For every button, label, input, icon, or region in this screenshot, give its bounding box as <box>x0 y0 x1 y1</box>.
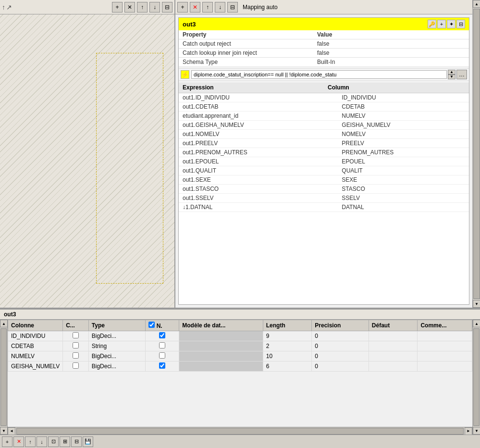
prop-value-1: false <box>313 39 469 49</box>
left-remove-button[interactable]: ✕ <box>124 2 135 12</box>
expr-up-btn[interactable]: ▲ <box>448 70 455 75</box>
horiz-scroll-right-btn[interactable]: ► <box>465 427 472 435</box>
table-row: GEISHA_NUMELV BigDeci... 6 0 <box>8 361 472 372</box>
expression-input[interactable]: diplome.code_statut_inscription== null |… <box>191 70 447 79</box>
prop-row-header: Property Value <box>179 30 469 39</box>
cell-precision: 0 <box>312 341 369 351</box>
expression-row: ⚡ diplome.code_statut_inscription== null… <box>179 68 469 81</box>
right-down-button[interactable]: ↓ <box>215 2 225 12</box>
right-up-button[interactable]: ↑ <box>202 2 213 12</box>
bt-add-btn[interactable]: + <box>2 436 12 447</box>
n-checkbox[interactable] <box>159 342 165 348</box>
expr-down-btn[interactable]: ▼ <box>448 75 455 79</box>
mapping-expression-cell: etudiant.apprenant_id <box>179 112 338 121</box>
mapping-row: out1.QUALIT QUALIT <box>179 166 469 175</box>
c-checkbox[interactable] <box>73 342 79 348</box>
bt-down-btn[interactable]: ↓ <box>37 436 47 447</box>
scroll-down-btn[interactable]: ▼ <box>473 300 480 308</box>
bottom-left-down-btn[interactable]: ▼ <box>0 427 8 435</box>
cell-defaut <box>369 341 418 351</box>
cell-n <box>146 341 179 351</box>
cell-colonne: NUMELV <box>8 351 63 361</box>
mapping-column-cell: DATNAL <box>338 203 469 212</box>
cell-type: BigDeci... <box>88 331 146 341</box>
mapping-row: out1.EPOUEL EPOUEL <box>179 157 469 166</box>
th-modele: Modèle de dat... <box>179 320 263 331</box>
right-link-button[interactable]: ⊟ <box>227 2 238 12</box>
add-col-icon[interactable]: + <box>437 20 446 28</box>
bottom-left-up-btn[interactable]: ▲ <box>0 320 8 327</box>
c-checkbox[interactable] <box>73 332 79 338</box>
mapping-column-cell: CDETAB <box>338 102 469 112</box>
right-panel-outer: + ✕ ↑ ↓ ⊟ Mapping auto out3 🔑 + ✦ <box>175 0 480 308</box>
th-colonne: Colonne <box>8 320 63 331</box>
expr-more-btn[interactable]: … <box>456 70 467 79</box>
left-toolbar-icons: ↑ ↗ <box>2 3 12 11</box>
th-defaut: Défaut <box>369 320 418 331</box>
mapping-card: out3 🔑 + ✦ ⊟ Prope <box>178 17 469 305</box>
th-n: N. <box>146 320 179 331</box>
n-checkbox[interactable] <box>159 332 165 338</box>
bt-save-btn[interactable]: 💾 <box>83 436 93 447</box>
prop-row-schema: Schema Type Built-In <box>179 58 469 67</box>
prop-label-3: Schema Type <box>179 58 313 67</box>
left-add-button[interactable]: + <box>112 2 123 12</box>
key-icon[interactable]: 🔑 <box>428 20 436 28</box>
properties-table: Property Value Catch output reject false… <box>179 30 469 67</box>
mapping-column-cell: GEISHA_NUMELV <box>338 121 469 130</box>
right-toolbar: + ✕ ↑ ↓ ⊟ Mapping auto <box>175 0 472 14</box>
cell-length: 10 <box>263 351 312 361</box>
cell-precision: 0 <box>312 361 369 372</box>
right-remove-button[interactable]: ✕ <box>190 2 200 12</box>
mapping-scroll-area[interactable]: out1.ID_INDIVIDU ID_INDIVIDU out1.CDETAB… <box>179 93 469 304</box>
bottom-right-thumb[interactable] <box>473 328 480 426</box>
mapping-row: out1.STASCO STASCO <box>179 185 469 194</box>
star-icon[interactable]: ✦ <box>447 20 455 28</box>
n-checkbox[interactable] <box>159 362 165 369</box>
bt-export-btn[interactable]: ⊟ <box>71 436 82 447</box>
right-add-button[interactable]: + <box>177 2 188 12</box>
prop-value-2: false <box>313 49 469 58</box>
th-precision: Precision <box>312 320 369 331</box>
bottom-left-thumb[interactable] <box>0 328 7 426</box>
mapping-expression-cell: out1.SEXE <box>179 175 338 185</box>
col-header-expression: Expression <box>179 83 324 92</box>
c-checkbox[interactable] <box>73 362 79 369</box>
c-checkbox[interactable] <box>73 352 79 359</box>
mapping-expression-cell: out1.STASCO <box>179 185 338 194</box>
bt-grid-btn[interactable]: ⊡ <box>48 436 59 447</box>
card-header: out3 🔑 + ✦ ⊟ <box>179 18 469 30</box>
bt-import-btn[interactable]: ⊞ <box>60 436 70 447</box>
mapping-expression-cell: out1.QUALIT <box>179 166 338 175</box>
mapping-column-cell: STASCO <box>338 185 469 194</box>
n-checkbox[interactable] <box>159 352 165 359</box>
data-table-wrapper[interactable]: Colonne C... Type N. Modèle de dat... Le… <box>8 320 472 427</box>
horiz-scroll-left-btn[interactable]: ◄ <box>8 427 15 435</box>
cell-defaut <box>369 331 418 341</box>
mapping-row: ↓1.DATNAL DATNAL <box>179 203 469 212</box>
left-down-button[interactable]: ↓ <box>149 2 160 12</box>
scroll-thumb[interactable] <box>473 9 480 299</box>
mapping-column-cell: PRENOM_AUTRES <box>338 148 469 157</box>
mapping-expression-cell: out1.PREELV <box>179 139 338 148</box>
bottom-right-up-btn[interactable]: ▲ <box>473 320 480 327</box>
left-link-button[interactable]: ⊟ <box>162 2 172 12</box>
cell-modele <box>179 361 263 372</box>
mapping-expression-cell: out1.NOMELV <box>179 130 338 139</box>
scroll-up-btn[interactable]: ▲ <box>473 0 480 8</box>
horiz-scroll-thumb[interactable] <box>16 428 464 435</box>
mapping-row: out1.CDETAB CDETAB <box>179 102 469 112</box>
mapping-column-cell: NUMELV <box>338 112 469 121</box>
th-n-checkbox[interactable] <box>148 322 155 328</box>
link-icon[interactable]: ⊟ <box>456 20 465 28</box>
bt-up-btn[interactable]: ↑ <box>25 436 36 447</box>
left-up-button[interactable]: ↑ <box>137 2 148 12</box>
bottom-right-scrollbar: ▲ ▼ <box>472 320 480 435</box>
mapping-column-cell: PREELV <box>338 139 469 148</box>
bottom-right-down-btn[interactable]: ▼ <box>473 427 480 435</box>
bt-remove-btn[interactable]: ✕ <box>13 436 24 447</box>
mapping-column-cell: SEXE <box>338 175 469 185</box>
mapping-column-cell: SSELV <box>338 194 469 203</box>
connector-up-icon: ↑ <box>2 3 5 11</box>
right-scrollbar: ▲ ▼ <box>472 0 480 308</box>
